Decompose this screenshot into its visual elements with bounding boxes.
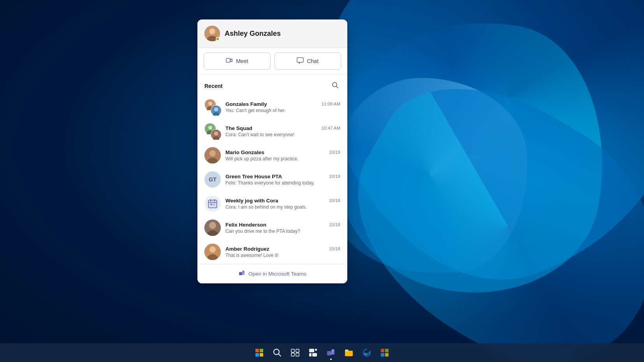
chat-list: Gonzales Family 11:09 AM You: Can't get … [197,95,347,264]
list-item[interactable]: Weekly jog with Cora 10/18 Cora: I am so… [197,192,347,216]
svg-rect-48 [296,353,299,356]
chat-name: Mario Gonzales [225,149,264,155]
svg-line-44 [279,354,281,357]
chat-time: 10/18 [329,222,340,227]
chat-content-amber: Amber Rodriguez 10/18 That is awesome! L… [225,246,340,258]
chat-preview: Will pick up pizza after my practice. [225,156,340,162]
file-explorer-icon[interactable] [340,344,357,361]
svg-rect-23 [208,200,217,208]
chat-label: Chat [307,58,318,64]
list-item[interactable]: GT Green Tree House PTA 10/19 Felix: Tha… [197,167,347,192]
chat-content-mario: Mario Gonzales 10/19 Will pick up pizza … [225,149,340,162]
taskbar [0,343,644,362]
chat-content-jog: Weekly jog with Cora 10/18 Cora: I am so… [225,198,340,210]
svg-rect-46 [296,349,299,352]
person-avatar-felix [204,220,221,236]
list-item[interactable]: Mario Gonzales 10/19 Will pick up pizza … [197,143,347,167]
group-initials: GT [209,176,216,183]
person-avatar-amber [204,244,221,260]
search-taskbar-icon[interactable] [269,344,286,361]
chat-content-pta: Green Tree House PTA 10/19 Felix: Thanks… [225,174,340,186]
svg-rect-4 [226,58,230,62]
calendar-avatar-jog [204,195,221,212]
edge-icon[interactable] [358,344,375,361]
recent-header: Recent [197,75,347,95]
person-avatar-mario [204,147,221,163]
svg-line-7 [336,86,338,88]
teams-logo-icon [238,270,245,278]
svg-rect-29 [213,204,215,205]
svg-point-15 [208,126,212,130]
chat-name: Gonzales Family [225,101,267,107]
chat-name: Felix Henderson [225,222,266,228]
svg-point-18 [214,132,218,135]
group-avatar-gonzales-family [204,99,221,115]
panel-header: Ashley Gonzales [197,19,347,48]
action-buttons-row: Meet Chat [197,48,347,75]
group-avatar-the-squad [204,123,221,139]
chat-time: 11:09 AM [321,102,340,106]
open-teams-label: Open in Microsoft Teams [248,271,306,277]
svg-rect-57 [345,350,348,351]
svg-rect-38 [242,272,245,275]
svg-rect-61 [385,353,389,357]
chat-preview: You: Can't get enough of her. [225,108,340,113]
taskview-icon[interactable] [287,344,304,361]
widgets-icon[interactable] [304,344,322,361]
chat-content-felix: Felix Henderson 10/18 Can you drive me t… [225,222,340,234]
svg-rect-49 [309,349,314,352]
svg-point-34 [209,246,216,253]
chat-name: Amber Rodriguez [225,246,269,252]
svg-point-3 [210,29,215,33]
svg-rect-59 [385,349,389,352]
chat-icon [297,57,304,65]
svg-point-21 [209,150,216,156]
chat-name: The Squad [225,125,252,131]
meet-button[interactable]: Meet [204,53,271,70]
chat-preview: Can you drive me to the PTA today? [225,228,340,234]
group-avatar-pta: GT [204,171,221,188]
svg-rect-39 [255,349,259,352]
list-item[interactable]: Felix Henderson 10/18 Can you drive me t… [197,216,347,240]
panel-footer: Open in Microsoft Teams [197,264,347,283]
chat-name: Weekly jog with Cora [225,198,278,204]
recent-section: Recent [197,75,347,264]
chat-preview: Cora: Can't wait to see everyone! [225,132,340,137]
svg-rect-60 [381,353,384,357]
svg-point-31 [209,222,216,229]
svg-rect-56 [345,351,353,356]
chat-preview: That is awesome! Love it! [225,253,340,258]
chat-button[interactable]: Chat [274,53,341,70]
meet-icon [226,57,233,65]
list-item[interactable]: The Squad 10:47 AM Cora: Can't wait to s… [197,119,347,143]
svg-rect-51 [315,349,317,351]
chat-time: 10:47 AM [321,126,340,130]
svg-rect-41 [255,353,259,357]
teams-panel: Ashley Gonzales Meet Chat Rec [197,19,347,283]
search-recent-button[interactable] [330,80,340,92]
svg-rect-53 [327,351,331,355]
chat-content-the-squad: The Squad 10:47 AM Cora: Can't wait to s… [225,125,340,137]
chat-preview: Felix: Thanks everyone for attending tod… [225,180,340,186]
user-avatar-container [204,26,220,41]
open-teams-button[interactable]: Open in Microsoft Teams [204,270,340,278]
svg-rect-36 [239,272,242,275]
start-icon[interactable] [251,344,268,361]
svg-rect-40 [260,349,263,352]
list-item[interactable]: Gonzales Family 11:09 AM You: Can't get … [197,95,347,119]
recent-title: Recent [204,83,223,89]
svg-rect-45 [291,349,294,352]
chat-time: 10/18 [329,198,340,203]
svg-rect-28 [210,204,212,205]
chat-preview: Cora: I am so behind on my step goals. [225,204,340,210]
chat-time: 10/19 [329,150,340,155]
chat-content-gonzales-family: Gonzales Family 11:09 AM You: Can't get … [225,101,340,113]
taskbar-icons [251,344,393,361]
svg-rect-42 [260,353,263,357]
chat-time: 10/18 [329,246,340,251]
svg-rect-50 [309,353,311,357]
store-icon[interactable] [376,344,393,361]
list-item[interactable]: Amber Rodriguez 10/18 That is awesome! L… [197,240,347,264]
teams-taskbar-icon[interactable] [322,344,340,361]
status-indicator [216,37,220,41]
